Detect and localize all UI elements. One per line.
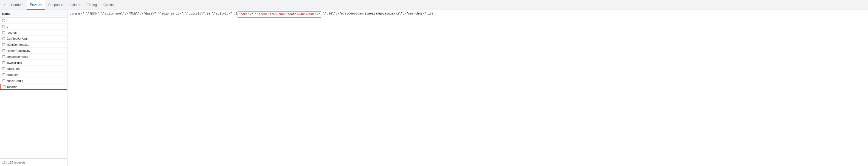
name-item-label: records xyxy=(7,85,17,89)
name-item-checkbox[interactable] xyxy=(2,55,5,58)
name-column-header: Name xyxy=(0,10,67,18)
name-item[interactable]: lowestPrice xyxy=(0,60,67,66)
preview-content: cyname\":\"深圳\",\"acityname\":\"青岛\",\"d… xyxy=(67,10,868,166)
name-item[interactable]: historyPunctuality xyxy=(0,48,67,54)
status-bar: 18 / 125 requests xyxy=(0,158,67,166)
name-item-checkbox[interactable] xyxy=(2,37,5,40)
name-panel: Name hdrecordsGetFloatUI?tim...flightCom… xyxy=(0,10,67,166)
name-item-checkbox[interactable] xyxy=(2,49,5,52)
tab-close-icon[interactable]: × xyxy=(2,3,7,7)
name-item-label: checkConfig xyxy=(7,79,23,82)
json-after-token: ,\"uid\":\"D785C99D298A4E9E6E13FE99E602E… xyxy=(321,11,433,16)
tab-initiator[interactable]: Initiator xyxy=(66,0,84,9)
name-item-checkbox[interactable] xyxy=(2,67,5,70)
devtools-container: × Headers Preview Response Initiator Tim… xyxy=(0,0,868,166)
name-item-checkbox[interactable] xyxy=(2,73,5,76)
tabs-bar: × Headers Preview Response Initiator Tim… xyxy=(0,0,868,10)
json-line: cyname\":\"深圳\",\"acityname\":\"青岛\",\"d… xyxy=(70,11,866,18)
name-item[interactable]: h xyxy=(0,18,67,24)
name-item-checkbox[interactable] xyxy=(2,43,5,46)
token-highlight: "token\":\"a6e0e317c53d0c75fe6fc264d0905… xyxy=(238,11,321,18)
name-item-checkbox[interactable] xyxy=(2,79,5,82)
tab-preview[interactable]: Preview xyxy=(27,0,45,9)
name-item-label: lowestPrice xyxy=(7,61,22,64)
json-before-token: cyname\":\"深圳\",\"acityname\":\"青岛\",\"d… xyxy=(70,11,238,16)
tab-timing[interactable]: Timing xyxy=(84,0,100,9)
name-item-label: records xyxy=(7,31,17,34)
name-item[interactable]: records xyxy=(0,84,67,90)
name-item-label: pageData xyxy=(7,67,20,70)
name-item[interactable]: products xyxy=(0,72,67,78)
name-item-checkbox[interactable] xyxy=(2,61,5,64)
name-item-label: historyPunctuality xyxy=(7,49,30,52)
tab-response[interactable]: Response xyxy=(45,0,66,9)
name-item[interactable]: GetFloatUI?tim... xyxy=(0,36,67,42)
name-item[interactable]: d xyxy=(0,24,67,30)
name-item-label: announcements xyxy=(7,55,28,58)
name-item-checkbox[interactable] xyxy=(2,31,5,34)
name-item[interactable]: checkConfig xyxy=(0,78,67,84)
name-item-checkbox[interactable] xyxy=(2,25,5,28)
name-item-label: h xyxy=(7,19,8,22)
name-item-label: flightComfortab... xyxy=(7,43,30,46)
name-item-checkbox[interactable] xyxy=(2,19,5,22)
preview-panel: cyname\":\"深圳\",\"acityname\":\"青岛\",\"d… xyxy=(67,10,868,166)
name-item-checkbox[interactable] xyxy=(3,86,5,88)
name-list[interactable]: hdrecordsGetFloatUI?tim...flightComforta… xyxy=(0,18,67,158)
name-item[interactable]: flightComfortab... xyxy=(0,42,67,48)
name-item[interactable]: records xyxy=(0,30,67,36)
tab-headers[interactable]: Headers xyxy=(8,0,27,9)
name-item-label: d xyxy=(7,25,8,28)
main-content: Name hdrecordsGetFloatUI?tim...flightCom… xyxy=(0,10,868,166)
tab-cookies[interactable]: Cookies xyxy=(100,0,119,9)
name-item[interactable]: announcements xyxy=(0,54,67,60)
name-item-label: products xyxy=(7,73,18,76)
name-item[interactable]: pageData xyxy=(0,66,67,72)
name-item-label: GetFloatUI?tim... xyxy=(7,37,29,40)
